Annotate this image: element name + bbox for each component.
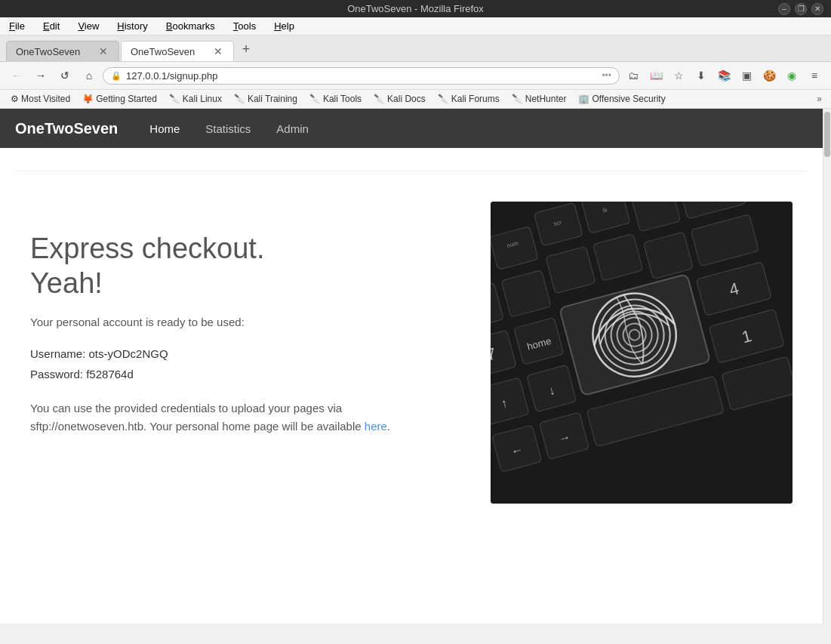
tab-1-close[interactable]: ✕ (97, 45, 109, 57)
getting-started-icon: 🦊 (82, 94, 94, 104)
url-text: 127.0.0.1/signup.php (126, 70, 597, 82)
bookmark-kali-forums-label: Kali Forums (451, 94, 500, 104)
nav-actions: 🗂 📖 ☆ ⬇ 📚 ▣ 🍪 ◉ ≡ (623, 65, 825, 86)
kali-linux-icon: 🔪 (169, 94, 180, 104)
profile-button[interactable]: ◉ (781, 65, 802, 86)
tab-2-close[interactable]: ✕ (212, 45, 224, 57)
title-bar: OneTwoSeven - Mozilla Firefox – ❐ ✕ (0, 0, 831, 17)
bookmark-button[interactable]: ☆ (668, 65, 689, 86)
bookmark-getting-started[interactable]: 🦊 Getting Started (78, 92, 162, 106)
menu-history[interactable]: History (114, 19, 150, 33)
pocket-button[interactable]: 🗂 (623, 65, 644, 86)
content-left: Express checkout. Yeah! Your personal ac… (30, 202, 460, 436)
tab-1[interactable]: OneTwoSeven ✕ (6, 41, 119, 61)
home-button[interactable]: ⌂ (78, 65, 100, 86)
username-value: ots-yODc2NGQ (89, 347, 168, 360)
menu-view[interactable]: View (75, 19, 102, 33)
username-label: Username: (30, 347, 85, 360)
lock-icon: 🔒 (111, 71, 122, 81)
credentials: Username: ots-yODc2NGQ Password: f528764… (30, 344, 460, 384)
content-right: * num scr lk ← (491, 202, 793, 504)
bookmark-getting-started-label: Getting Started (96, 94, 157, 104)
bookmark-kali-docs[interactable]: 🔪 Kali Docs (369, 92, 430, 106)
site-nav-admin[interactable]: Admin (275, 119, 310, 138)
bookmark-kali-training-label: Kali Training (248, 94, 297, 104)
tab-2-label: OneTwoSeven (131, 46, 195, 57)
password-value: f528764d (86, 368, 134, 381)
bookmark-kali-docs-label: Kali Docs (387, 94, 426, 104)
scroll-thumb[interactable] (824, 112, 830, 157)
kali-docs-icon: 🔪 (374, 94, 385, 104)
bookmark-most-visited[interactable]: ⚙ Most Visited (6, 92, 75, 106)
headline-line1: Express checkout. (30, 232, 460, 267)
here-link[interactable]: here (365, 420, 387, 433)
bookmark-offensive-security[interactable]: 🏢 Offensive Security (574, 92, 669, 106)
password-line: Password: f528764d (30, 364, 460, 384)
new-tab-button[interactable]: + (235, 39, 257, 60)
back-button[interactable]: ← (6, 65, 27, 86)
bookmark-kali-tools-label: Kali Tools (323, 94, 362, 104)
page-content: OneTwoSeven Home Statistics Admin Expres… (0, 109, 823, 624)
bookmark-nethunter[interactable]: 🔪 NetHunter (507, 92, 571, 106)
menu-tools[interactable]: Tools (230, 19, 259, 33)
bookmarks-more-button[interactable]: » (814, 92, 825, 106)
site-brand[interactable]: OneTwoSeven (15, 120, 118, 137)
download-button[interactable]: ⬇ (691, 65, 712, 86)
bookmark-nethunter-label: NetHunter (525, 94, 567, 104)
bookmark-kali-tools[interactable]: 🔪 Kali Tools (305, 92, 366, 106)
library-button[interactable]: 📚 (713, 65, 734, 86)
sidebar-button[interactable]: ▣ (736, 65, 757, 86)
bookmarks-bar: ⚙ Most Visited 🦊 Getting Started 🔪 Kali … (0, 90, 831, 109)
kali-training-icon: 🔪 (234, 94, 245, 104)
site-navbar: OneTwoSeven Home Statistics Admin (0, 109, 823, 148)
main-content: Express checkout. Yeah! Your personal ac… (0, 186, 823, 519)
window-title: OneTwoSeven - Mozilla Firefox (347, 3, 484, 14)
bookmark-kali-training[interactable]: 🔪 Kali Training (229, 92, 302, 106)
menu-edit[interactable]: Edit (40, 19, 63, 33)
browser-content: OneTwoSeven Home Statistics Admin Expres… (0, 109, 831, 624)
info-text: You can use the provided credentials to … (30, 399, 460, 436)
tab-1-label: OneTwoSeven (16, 46, 80, 57)
kali-tools-icon: 🔪 (309, 94, 321, 104)
website-body: Express checkout. Yeah! Your personal ac… (0, 171, 823, 624)
site-nav-statistics[interactable]: Statistics (204, 119, 252, 138)
address-bar[interactable]: 🔒 127.0.0.1/signup.php ••• (103, 67, 620, 85)
cookie-button[interactable]: 🍪 (759, 65, 780, 86)
most-visited-icon: ⚙ (11, 94, 19, 104)
more-button[interactable]: ••• (602, 70, 611, 81)
menu-help[interactable]: Help (271, 19, 297, 33)
menu-file[interactable]: File (6, 19, 28, 33)
reload-button[interactable]: ↺ (54, 65, 75, 86)
headline-line2: Yeah! (30, 267, 460, 301)
bookmark-kali-forums[interactable]: 🔪 Kali Forums (433, 92, 504, 106)
subtitle: Your personal account is ready to be use… (30, 316, 460, 328)
offensive-security-icon: 🏢 (578, 94, 589, 104)
divider (15, 171, 808, 171)
menu-bar: File Edit View History Bookmarks Tools H… (0, 17, 831, 35)
headline: Express checkout. Yeah! (30, 232, 460, 300)
minimize-button[interactable]: – (778, 3, 790, 15)
nav-bar: ← → ↺ ⌂ 🔒 127.0.0.1/signup.php ••• 🗂 📖 ☆… (0, 62, 831, 90)
username-line: Username: ots-yODc2NGQ (30, 344, 460, 364)
menu-button[interactable]: ≡ (804, 65, 825, 86)
bookmark-kali-linux-label: Kali Linux (183, 94, 222, 104)
site-nav-home[interactable]: Home (148, 119, 181, 138)
window-controls: – ❐ ✕ (778, 3, 823, 15)
info-text-before: You can use the provided credentials to … (30, 402, 365, 433)
password-label: Password: (30, 368, 83, 381)
nethunter-icon: 🔪 (512, 94, 523, 104)
info-text-after: . (387, 420, 390, 433)
tab-2[interactable]: OneTwoSeven ✕ (121, 41, 234, 61)
bookmark-offensive-security-label: Offensive Security (592, 94, 665, 104)
menu-bookmarks[interactable]: Bookmarks (163, 19, 218, 33)
bookmark-most-visited-label: Most Visited (21, 94, 70, 104)
forward-button[interactable]: → (30, 65, 51, 86)
reader-button[interactable]: 📖 (645, 65, 666, 86)
scrollbar[interactable] (823, 109, 831, 624)
maximize-button[interactable]: ❐ (795, 3, 807, 15)
tabs-bar: OneTwoSeven ✕ OneTwoSeven ✕ + (0, 35, 831, 62)
keyboard-image: * num scr lk ← (491, 202, 793, 504)
kali-forums-icon: 🔪 (438, 94, 449, 104)
bookmark-kali-linux[interactable]: 🔪 Kali Linux (165, 92, 226, 106)
close-button[interactable]: ✕ (811, 3, 823, 15)
